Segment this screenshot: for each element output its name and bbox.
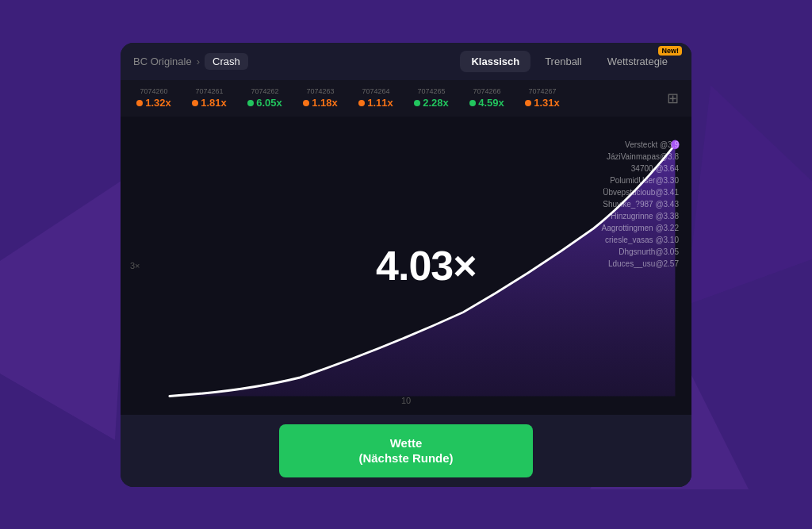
- tab-bar: Klassisch Trenball Wettstrategie New!: [460, 51, 679, 72]
- cashout-label: Lduces__usu@2.57: [602, 259, 679, 268]
- chart-area: 3× 10 4.03× Versteckt @3.9 JáziVainmapas…: [121, 117, 691, 415]
- round-item[interactable]: 7074266 4.59x: [463, 87, 511, 109]
- round-item[interactable]: 7074264 1.11x: [352, 87, 400, 109]
- bet-button[interactable]: Wette (Nächste Runde): [279, 424, 533, 477]
- dot-orange: [303, 100, 309, 106]
- dot-green: [414, 100, 420, 106]
- cashout-label: Versteckt @3.9: [602, 140, 679, 149]
- round-item[interactable]: 7074261 1.81x: [186, 87, 233, 109]
- round-item[interactable]: 7074265 2.28x: [408, 87, 455, 109]
- dot-orange: [136, 100, 143, 106]
- main-window: BC Originale › Crash Klassisch Trenball …: [121, 43, 691, 487]
- cashout-label: JáziVainmapas@3.8: [602, 152, 679, 161]
- tab-klassisch[interactable]: Klassisch: [460, 51, 530, 72]
- cashout-label: Shuvike_?987 @3.43: [602, 200, 679, 209]
- bottom-bar: Wette (Nächste Runde): [121, 415, 691, 487]
- round-history: 7074260 1.32x 7074261 1.81x 7074262 6.05…: [121, 80, 691, 117]
- round-item[interactable]: 7074267 1.31x: [519, 87, 566, 109]
- crash-multiplier: 4.03×: [376, 242, 477, 289]
- cashout-labels: Versteckt @3.9 JáziVainmapas@3.8 34700 @…: [602, 140, 679, 268]
- cashout-label: criesle_vasas @3.10: [602, 236, 679, 244]
- cashout-label: Dhgsnurth@3.05: [602, 247, 679, 256]
- tab-trenball[interactable]: Trenball: [534, 51, 592, 72]
- y-axis-label: 3×: [130, 261, 140, 270]
- cashout-label: Übvepstucioub@3.41: [602, 188, 679, 197]
- dot-orange: [358, 100, 365, 106]
- cashout-label: PolumidUser@3.30: [602, 176, 679, 185]
- cashout-label: Aagrottingmen @3.22: [602, 224, 679, 232]
- cashout-label: 34700 @3.64: [602, 164, 679, 173]
- breadcrumb-parent: BC Originale: [133, 56, 192, 67]
- round-item[interactable]: 7074263 1.18x: [297, 87, 344, 109]
- cashout-label: Hinzugrinne @3.38: [602, 212, 679, 220]
- new-badge: New!: [658, 46, 682, 56]
- dot-green: [247, 100, 254, 106]
- header: BC Originale › Crash Klassisch Trenball …: [121, 43, 691, 80]
- breadcrumb-separator: ›: [197, 56, 200, 67]
- breadcrumb-current: Crash: [205, 53, 248, 70]
- round-item[interactable]: 7074260 1.32x: [130, 87, 178, 109]
- tab-wettstrategie[interactable]: Wettstrategie New!: [596, 51, 679, 72]
- dot-green: [469, 100, 476, 106]
- grid-icon[interactable]: ⊞: [664, 86, 682, 110]
- round-item[interactable]: 7074262 6.05x: [241, 87, 289, 109]
- dot-orange: [192, 100, 198, 106]
- breadcrumb: BC Originale › Crash: [133, 53, 248, 70]
- dot-orange: [525, 100, 531, 106]
- x-axis-label: 10: [401, 396, 411, 405]
